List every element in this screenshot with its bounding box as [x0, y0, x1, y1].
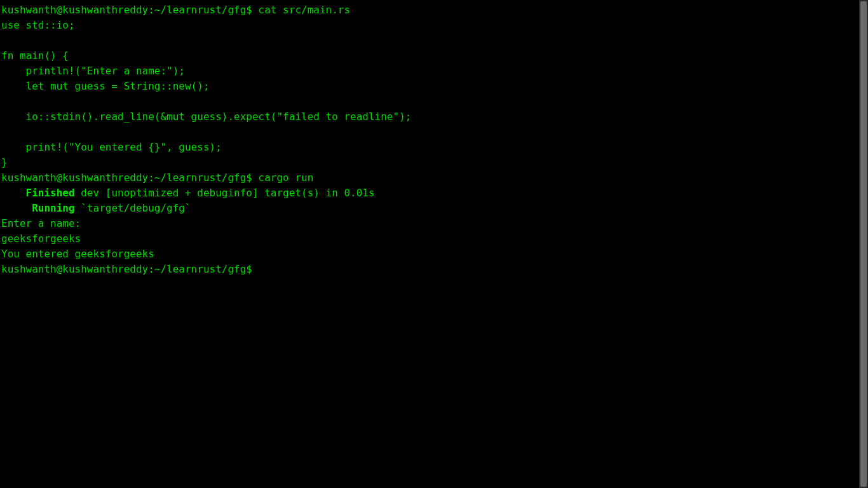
terminal-line: kushwanth@kushwanthreddy:~/learnrust/gfg…	[1, 170, 868, 186]
terminal-output[interactable]: kushwanth@kushwanthreddy:~/learnrust/gfg…	[0, 0, 868, 277]
cargo-status: Running	[32, 202, 74, 214]
terminal-line: Running `target/debug/gfg`	[1, 201, 868, 216]
terminal-line: }	[1, 155, 868, 170]
terminal-line: geeksforgeeks	[1, 231, 868, 247]
indent	[1, 187, 26, 199]
terminal-line: Enter a name:	[1, 216, 868, 231]
terminal-line: kushwanth@kushwanthreddy:~/learnrust/gfg…	[1, 262, 868, 277]
code-output: println!("Enter a name:");	[1, 65, 185, 77]
cargo-status: Finished	[26, 187, 75, 199]
scrollbar-thumb[interactable]	[860, 1, 867, 487]
shell-prompt: kushwanth@kushwanthreddy:~/learnrust/gfg…	[1, 263, 252, 275]
terminal-line: io::stdin().read_line(&mut guess).expect…	[1, 109, 868, 125]
shell-command: cat src/main.rs	[252, 4, 350, 16]
shell-prompt: kushwanth@kushwanthreddy:~/learnrust/gfg…	[1, 4, 252, 16]
terminal-line	[1, 125, 868, 140]
terminal-line: Finished dev [unoptimized + debuginfo] t…	[1, 186, 868, 201]
code-output: io::stdin().read_line(&mut guess).expect…	[1, 111, 411, 123]
code-output: print!("You entered {}", guess);	[1, 141, 222, 153]
code-output: Enter a name:	[1, 217, 81, 229]
terminal-line: fn main() {	[1, 48, 868, 64]
terminal-line: use std::io;	[1, 18, 868, 33]
scrollbar-track[interactable]	[859, 0, 868, 488]
code-output: fn main() {	[1, 50, 69, 62]
terminal-line: You entered geeksforgeeks	[1, 247, 868, 262]
shell-command: cargo run	[252, 172, 313, 184]
cargo-status-detail: dev [unoptimized + debuginfo] target(s) …	[75, 187, 375, 199]
terminal-line: print!("You entered {}", guess);	[1, 140, 868, 155]
code-output: use std::io;	[1, 19, 75, 31]
terminal-line: println!("Enter a name:");	[1, 64, 868, 79]
terminal-line	[1, 94, 868, 109]
indent	[1, 202, 32, 214]
cargo-status-detail: `target/debug/gfg`	[75, 202, 191, 214]
terminal-line: kushwanth@kushwanthreddy:~/learnrust/gfg…	[1, 3, 868, 18]
code-output: let mut guess = String::new();	[1, 80, 210, 92]
terminal-line	[1, 33, 868, 48]
shell-prompt: kushwanth@kushwanthreddy:~/learnrust/gfg…	[1, 172, 252, 184]
code-output: geeksforgeeks	[1, 233, 81, 245]
code-output: You entered geeksforgeeks	[1, 248, 154, 260]
code-output: }	[1, 156, 8, 168]
terminal-window[interactable]: kushwanth@kushwanthreddy:~/learnrust/gfg…	[0, 0, 868, 488]
shell-command	[252, 263, 259, 275]
terminal-line: let mut guess = String::new();	[1, 79, 868, 94]
